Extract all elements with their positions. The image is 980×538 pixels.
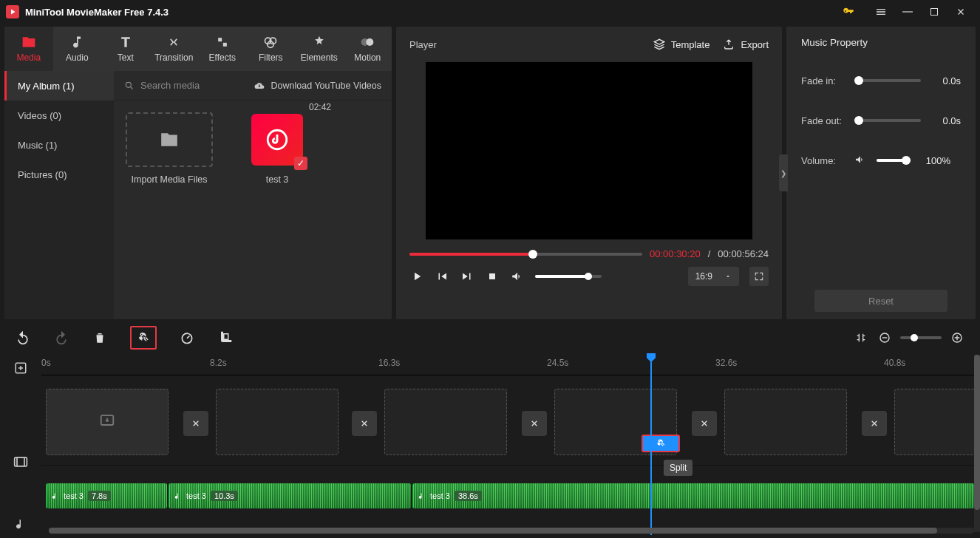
crop-button[interactable] — [217, 330, 234, 346]
tab-filters[interactable]: Filters — [247, 27, 296, 71]
tab-transition[interactable]: Transition — [150, 27, 199, 71]
video-slot[interactable] — [46, 389, 169, 455]
aspect-ratio-select[interactable]: 16:9 — [688, 267, 739, 286]
media-clip-tile[interactable]: 02:42 ✓ test 3 — [234, 112, 321, 185]
timeline-h-scrollbar[interactable] — [49, 528, 974, 534]
video-slot[interactable] — [894, 389, 976, 455]
prev-frame-button[interactable] — [435, 269, 449, 284]
window-maximize[interactable] — [921, 1, 947, 22]
search-input[interactable]: Search media — [124, 80, 246, 91]
mute-button[interactable] — [510, 269, 525, 284]
collapse-properties-button[interactable]: ❯ — [779, 154, 788, 191]
folder-icon — [160, 130, 179, 149]
sidebar-item-label: Music (1) — [18, 140, 57, 151]
ruler-tick: 16.3s — [378, 358, 400, 368]
delete-button[interactable] — [92, 330, 108, 346]
sidebar-item-music[interactable]: Music (1) — [4, 130, 114, 160]
timeline: 0s 8.2s 16.3s 24.5s 32.6s 40.8s Split — [0, 353, 980, 535]
fade-in-label: Fade in: — [801, 75, 854, 86]
transition-slot[interactable] — [692, 411, 717, 436]
import-media-label: Import Media Files — [126, 174, 213, 185]
redo-button[interactable] — [53, 330, 69, 346]
zoom-slider[interactable] — [900, 336, 942, 339]
titlebar: MiniTool MovieMaker Free 7.4.3 — [0, 0, 980, 24]
added-check-icon: ✓ — [294, 157, 307, 170]
sidebar-item-pictures[interactable]: Pictures (0) — [4, 160, 114, 189]
note-icon — [174, 492, 182, 500]
sidebar-item-label: Videos (0) — [18, 110, 61, 121]
time-total: 00:00:56:24 — [718, 248, 769, 259]
video-slot[interactable] — [216, 389, 338, 455]
timeline-ruler[interactable]: 0s 8.2s 16.3s 24.5s 32.6s 40.8s — [41, 353, 980, 375]
stop-button[interactable] — [485, 269, 500, 284]
play-button[interactable] — [409, 269, 424, 284]
volume-label: Volume: — [801, 155, 854, 166]
reset-button[interactable]: Reset — [814, 290, 947, 312]
app-title: MiniTool MovieMaker Free 7.4.3 — [25, 7, 169, 18]
template-button[interactable]: Template — [653, 38, 710, 50]
playback-progress[interactable] — [409, 253, 642, 256]
audio-track[interactable]: test 37.8s test 310.3s test 338.6s — [41, 474, 980, 519]
zoom-in-button[interactable] — [949, 330, 965, 346]
sidebar-item-videos[interactable]: Videos (0) — [4, 101, 114, 130]
export-button[interactable]: Export — [723, 38, 769, 50]
audio-clip[interactable]: test 37.8s — [46, 483, 167, 508]
split-tooltip: Split — [664, 460, 693, 476]
properties-pane: ❯ Music Property Fade in: 0.0s Fade out:… — [786, 27, 976, 319]
audio-clip[interactable]: test 338.6s — [412, 483, 974, 508]
preview-canvas — [426, 62, 752, 239]
timeline-fit-button[interactable] — [853, 330, 869, 346]
speed-button[interactable] — [179, 330, 195, 346]
tab-effects[interactable]: Effects — [198, 27, 247, 71]
window-close[interactable] — [947, 1, 974, 22]
video-slot[interactable] — [724, 389, 847, 455]
tab-media[interactable]: Media — [4, 27, 53, 71]
undo-button[interactable] — [15, 330, 31, 346]
tab-elements[interactable]: Elements — [295, 27, 344, 71]
playhead[interactable] — [650, 353, 652, 535]
import-media-tile[interactable]: Import Media Files — [126, 112, 213, 185]
properties-title: Music Property — [801, 37, 961, 48]
fade-in-slider[interactable] — [854, 79, 921, 82]
split-button[interactable] — [130, 326, 157, 350]
video-track[interactable] — [41, 375, 980, 466]
transition-slot[interactable] — [352, 411, 377, 436]
upgrade-key-icon[interactable] — [835, 1, 862, 22]
window-minimize[interactable] — [894, 1, 921, 22]
download-youtube-button[interactable]: Download YouTube Videos — [253, 81, 381, 91]
transition-slot[interactable] — [522, 411, 547, 436]
timeline-v-scrollbar[interactable] — [974, 355, 980, 532]
svg-rect-14 — [882, 337, 888, 338]
svg-rect-0 — [902, 11, 913, 12]
transition-slot[interactable] — [862, 411, 887, 436]
volume-slider[interactable] — [877, 159, 911, 162]
player-volume-slider[interactable] — [535, 275, 602, 278]
ruler-tick: 32.6s — [715, 358, 737, 368]
media-category-sidebar: My Album (1) Videos (0) Music (1) Pictur… — [4, 71, 114, 319]
fullscreen-button[interactable] — [749, 267, 769, 286]
fade-out-slider[interactable] — [854, 119, 921, 122]
audio-track-icon — [14, 514, 27, 535]
time-current: 00:00:30:20 — [650, 248, 701, 259]
next-frame-button[interactable] — [460, 269, 474, 284]
search-placeholder: Search media — [140, 80, 200, 91]
audio-clip-duration: 7.8s — [88, 491, 111, 501]
add-track-button[interactable] — [14, 358, 27, 378]
tab-audio[interactable]: Audio — [53, 27, 102, 71]
split-at-playhead-button[interactable] — [642, 435, 680, 452]
audio-clip[interactable]: test 310.3s — [169, 483, 411, 508]
note-icon — [418, 492, 426, 500]
zoom-out-button[interactable] — [877, 330, 893, 346]
transition-slot[interactable] — [183, 411, 208, 436]
download-youtube-label: Download YouTube Videos — [271, 81, 381, 91]
fade-out-label: Fade out: — [801, 115, 854, 126]
ruler-tick: 24.5s — [547, 358, 568, 368]
export-label: Export — [741, 39, 769, 50]
menu-icon[interactable] — [868, 1, 894, 22]
time-separator: / — [708, 248, 711, 259]
chevron-down-icon — [724, 273, 732, 280]
video-slot[interactable] — [384, 389, 507, 455]
tab-motion[interactable]: Motion — [344, 27, 392, 71]
sidebar-item-my-album[interactable]: My Album (1) — [4, 71, 114, 101]
tab-text[interactable]: Text — [101, 27, 150, 71]
